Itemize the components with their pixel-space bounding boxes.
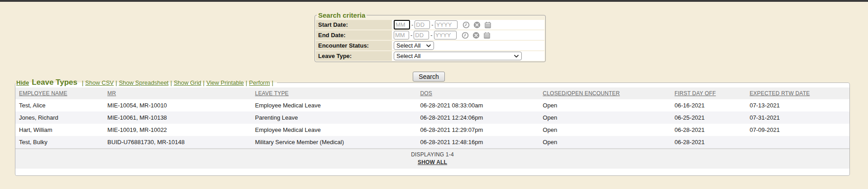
table-cell: Hart, William [15,124,104,136]
start-date-month-input[interactable] [394,20,410,29]
column-header-employee-name[interactable]: EMPLOYEE NAME [15,87,104,99]
table-header-row: EMPLOYEE NAMEMRLEAVE TYPEDOSCLOSED/OPEN … [15,87,849,99]
leave-type-label: Leave Type: [316,51,392,61]
table-cell: Open [539,124,671,136]
table-cell: 06-28-2021 [671,136,746,148]
table-cell: 06-25-2021 [671,111,746,124]
column-header-closed-open-encounter[interactable]: CLOSED/OPEN ENCOUNTER [539,87,671,99]
table-cell: Test, Alice [15,99,104,111]
end-date-day-input[interactable] [414,31,429,39]
table-cell: Parenting Leave [252,111,417,124]
action-link-show-grid[interactable]: Show Grid [174,79,201,86]
show-all-link[interactable]: SHOW ALL [418,159,447,165]
leave-type-select[interactable]: Select All [394,52,522,60]
start-date-day-input[interactable] [415,20,430,29]
start-date-year-input[interactable] [435,20,458,29]
end-date-year-input[interactable] [434,31,457,39]
action-link-show-csv[interactable]: Show CSV [85,79,114,86]
table-cell: Employee Medical Leave [252,99,417,111]
table-cell: 07-09-2021 [746,124,849,136]
table-cell: 06-28-2021 [671,124,746,136]
end-date-month-input[interactable] [394,31,409,39]
table-cell: 06-28-2021 12:48:16pm [416,136,539,148]
clock-icon[interactable] [462,32,469,39]
column-header-mr[interactable]: MR [104,87,251,99]
calendar-icon[interactable] [484,21,491,29]
displaying-count: DISPLAYING 1-4 [15,151,849,158]
encounter-status-select[interactable]: Select All [394,41,434,50]
leave-types-title: Leave Types [32,78,77,87]
clock-icon[interactable] [463,21,470,29]
table-cell: 07-13-2021 [746,99,849,111]
search-criteria-legend: Search criteria [317,11,367,19]
window-top-bar [0,0,868,2]
start-date-row: Start Date: - - [316,20,544,29]
table-row: Hart, WilliamMIE-10019, MR-10022Employee… [15,124,849,136]
table-cell: Open [539,136,671,148]
table-cell: BUID-U76881730, MR-10148 [104,136,251,148]
hide-link[interactable]: Hide [16,79,29,86]
search-criteria-panel: Search criteria Start Date: - - [315,11,546,62]
leave-types-table: EMPLOYEE NAMEMRLEAVE TYPEDOSCLOSED/OPEN … [15,87,849,148]
chevron-down-icon [514,55,519,58]
table-cell: Military Service Member (Medical) [252,136,417,148]
chevron-down-icon [426,44,431,47]
table-row: Test, AliceMIE-10054, MR-10010Employee M… [15,99,849,111]
table-cell [746,136,849,148]
clear-icon[interactable] [472,32,480,39]
leave-types-panel: Hide Leave Types |Show CSV|Show Spreadsh… [15,78,850,176]
end-date-row: End Date: - - [316,30,544,40]
action-link-show-spreadsheet[interactable]: Show Spreadsheet [119,79,169,86]
table-action-links: |Show CSV|Show Spreadsheet|Show Grid|Vie… [80,79,275,86]
table-cell: Open [539,99,671,111]
table-footer: DISPLAYING 1-4 SHOW ALL [15,148,849,169]
table-cell: 06-28-2021 12:29:07pm [416,124,539,136]
leave-types-legend: Hide Leave Types |Show CSV|Show Spreadsh… [16,78,277,87]
start-date-label: Start Date: [316,20,392,29]
column-header-dos[interactable]: DOS [416,87,539,99]
table-row: Test, BulkyBUID-U76881730, MR-10148Milit… [15,136,849,148]
action-link-perform[interactable]: Perform [249,79,270,86]
table-cell: Jones, Richard [15,111,104,124]
table-cell: MIE-10054, MR-10010 [104,99,251,111]
table-cell: 07-31-2021 [746,111,849,124]
encounter-status-label: Encounter Status: [316,41,392,50]
table-cell: MIE-10061, MR-10138 [104,111,251,124]
table-cell: Open [539,111,671,124]
table-cell: 06-28-2021 08:33:00am [416,99,539,111]
table-cell: MIE-10019, MR-10022 [104,124,251,136]
column-header-leave-type[interactable]: LEAVE TYPE [252,87,417,99]
leave-type-row: Leave Type: Select All [316,51,544,61]
table-row: Jones, RichardMIE-10061, MR-10138Parenti… [15,111,849,124]
column-header-expected-rtw-date[interactable]: EXPECTED RTW DATE [746,87,849,99]
end-date-label: End Date: [316,30,392,40]
column-header-first-day-off[interactable]: FIRST DAY OFF [671,87,746,99]
table-cell: 06-16-2021 [671,99,746,111]
table-cell: 06-28-2021 12:24:06pm [416,111,539,124]
table-cell: Test, Bulky [15,136,104,148]
action-link-view-printable[interactable]: View Printable [206,79,244,86]
clear-icon[interactable] [473,21,481,29]
table-cell: Employee Medical Leave [252,124,417,136]
calendar-icon[interactable] [483,32,491,39]
encounter-status-row: Encounter Status: Select All [316,41,544,50]
